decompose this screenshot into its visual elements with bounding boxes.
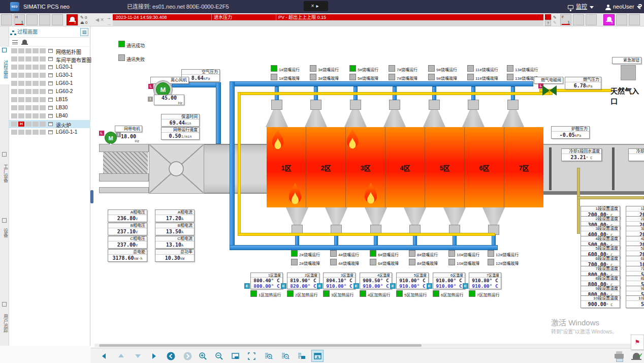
electrical-4-label: C相电压: [108, 236, 147, 241]
segment-time-display-10[interactable]: 10段设置时间5.0: [626, 295, 644, 308]
list-scale-button[interactable]: [295, 350, 307, 362]
list-zoom-in-button[interactable]: [262, 350, 274, 362]
help-button[interactable]: ?: [638, 0, 642, 13]
sidebar-item-LB15[interactable]: LB15: [9, 96, 90, 104]
sidebar-item-LB40[interactable]: LB40: [9, 112, 90, 120]
panel-splitter[interactable]: [90, 190, 93, 203]
toolbar-button-2[interactable]: [26, 14, 38, 25]
furnace-pressure-label: 炉膛压力: [552, 127, 589, 132]
toolbar-button-1[interactable]: [1, 14, 12, 25]
electrical-display-7[interactable]: 总功率10.30kW: [155, 249, 195, 262]
zone-temp-display-5[interactable]: 5区温度910.00° C910.00° C: [396, 273, 429, 289]
electrical-display-0[interactable]: A相电压236.80V: [108, 209, 147, 222]
rail-tab-设备[interactable]: 设备: [0, 217, 9, 241]
printer-icon[interactable]: [615, 354, 624, 358]
help-small-button[interactable]: ?: [545, 20, 551, 26]
item-status-square: [33, 122, 39, 127]
flag-button[interactable]: ⚑: [631, 335, 644, 350]
furnace-pressure-display[interactable]: 炉膛压力-0.05kPa: [551, 126, 590, 139]
sidebar-item-LG60-1[interactable]: LG60-1: [9, 79, 90, 87]
fan-speed-display[interactable]: 45.00 Hz: [154, 95, 184, 105]
belt-motor-icon[interactable]: M▸: [105, 132, 117, 144]
toolbar-button-5[interactable]: [573, 14, 584, 25]
belt-speed-display[interactable]: 网带运行速度0.501/min: [161, 127, 200, 140]
electrical-display-1[interactable]: A相电流17.20A: [155, 209, 195, 222]
user-menu[interactable]: neoUser: [605, 0, 641, 13]
furnace-zone-7: 7区: [504, 127, 543, 207]
zone-temp-display-7[interactable]: 7区温度910.80° C910.00° C: [469, 273, 501, 289]
sidebar-pin-button[interactable]: ▤: [80, 28, 88, 36]
nav-down-button[interactable]: [132, 350, 144, 362]
rail-tab-工厂设备[interactable]: 工厂设备: [0, 151, 9, 189]
electrical-display-4[interactable]: C相电压237.00V: [108, 236, 147, 249]
electrical-display-3[interactable]: B相电流13.50A: [155, 223, 195, 235]
nav-next-button[interactable]: [148, 350, 160, 362]
mute-button[interactable]: ◄×: [93, 15, 105, 25]
toolbar-button-3[interactable]: [39, 14, 50, 25]
sidebar-item-LG60-1-1[interactable]: LG60-1-1: [9, 128, 90, 136]
sidebar-item-LB30[interactable]: LB30: [9, 104, 90, 112]
zoom-in-button[interactable]: [197, 350, 209, 362]
item-status-square: [18, 130, 24, 135]
belt-motor-speed-display[interactable]: 18.00 Hz: [116, 134, 141, 143]
cooling2-display[interactable]: 冷却2段回水温度15.: [628, 148, 644, 161]
zone-temp-display-1[interactable]: 1区温度800.40° C800.00° C: [250, 273, 283, 289]
seg-temp-8-label: 8段设置温度: [581, 276, 620, 281]
toolbar-button-4[interactable]: [52, 14, 63, 25]
toolbar-button-7[interactable]: [616, 14, 627, 25]
sidebar-item-LG30-1[interactable]: LG30-1: [9, 71, 90, 79]
sidebar-item-退火炉[interactable]: H退火炉: [9, 120, 90, 128]
rail-tab-用户追踪[interactable]: 用户追踪: [0, 301, 9, 339]
jump-to-alarm-icon[interactable]: →: [107, 15, 111, 20]
cooling1-display[interactable]: 冷却1段回水温度23.21° C: [561, 148, 602, 161]
active-alarm-button[interactable]: 1: [67, 14, 78, 25]
toolbar-button-6[interactable]: [586, 14, 597, 25]
overview-window-button[interactable]: A: [311, 350, 324, 362]
alarm-filter-icon[interactable]: [22, 40, 27, 44]
zone-temp-display-3[interactable]: 3区温度894.10° C910.00° C: [323, 273, 356, 289]
alarm-f-button[interactable]: F 1: [560, 14, 571, 25]
horizontal-scrollbar[interactable]: [94, 344, 644, 347]
scrollbar-thumb[interactable]: [99, 344, 422, 347]
recorder-close-icon[interactable]: ×: [311, 3, 316, 9]
zone-temp-display-2[interactable]: 2区温度819.90° C820.00° C: [287, 273, 319, 289]
electrical-6-unit: kW·h: [134, 257, 143, 261]
electrical-display-6[interactable]: 总电能3178.60kW·h: [108, 249, 147, 262]
zoom-selection-button[interactable]: [229, 350, 241, 362]
sidebar-item-LG20-1[interactable]: LG20-1: [9, 63, 90, 71]
sidebar-item-车间平面布置图[interactable]: 车间平面布置图: [9, 55, 90, 63]
segment-temp-display-10[interactable]: 10段设置温度900.00° C: [581, 295, 620, 308]
alarm-line[interactable]: 2023-11-24 14:59:30.408 进水压力 PV - 超出上上上限…: [113, 14, 543, 20]
hold-time-display[interactable]: 保温时间69.44min: [161, 114, 200, 127]
alarm-person-button[interactable]: [545, 14, 551, 20]
alarm-h-button[interactable]: H 1: [14, 14, 25, 25]
sidebar-item-网络拓扑图[interactable]: 网络拓扑图: [9, 47, 90, 55]
electrical-display-5[interactable]: C相电流13.10A: [155, 236, 195, 249]
toolbar-button-8[interactable]: [629, 14, 640, 25]
back-button[interactable]: [165, 350, 177, 362]
rail-tab-过程画面[interactable]: 过程画面: [0, 47, 9, 84]
zone-temp-display-6[interactable]: 6区温度910.00° C910.00° C: [433, 273, 465, 289]
item-status-square: [25, 73, 31, 78]
list-view-icon[interactable]: [12, 40, 18, 44]
message-alarm-button[interactable]: 1: [603, 14, 615, 25]
forward-button[interactable]: [181, 350, 194, 362]
cooling1-label: 冷却1段回水温度: [562, 149, 601, 154]
zoom-out-button[interactable]: [213, 350, 225, 362]
screen-recorder-overlay[interactable]: ×▸: [304, 1, 328, 11]
user-menu-label[interactable]: neoUser: [613, 4, 634, 10]
nav-up-button[interactable]: [115, 350, 127, 362]
zone-temp-display-4[interactable]: 4区温度909.50° C910.00° C: [360, 273, 392, 289]
list-scale-icon: [297, 352, 306, 360]
mode-menu-label[interactable]: 监控: [576, 4, 587, 10]
estop-button[interactable]: [621, 65, 636, 80]
nav-first-button[interactable]: [98, 350, 110, 362]
gas-pressure-display[interactable]: 燃气压力6.78kPa: [565, 77, 601, 89]
gas-valve-icon[interactable]: [542, 85, 550, 96]
electrical-display-2[interactable]: B相电压237.10V: [108, 223, 147, 235]
list-zoom-out-button[interactable]: [279, 350, 291, 362]
fit-view-button[interactable]: [245, 350, 257, 362]
sidebar-item-LG60-2[interactable]: LG60-2: [9, 87, 90, 96]
jump-to-alarm-icon-2[interactable]: →: [107, 21, 111, 26]
mode-menu[interactable]: 监控: [568, 0, 594, 13]
